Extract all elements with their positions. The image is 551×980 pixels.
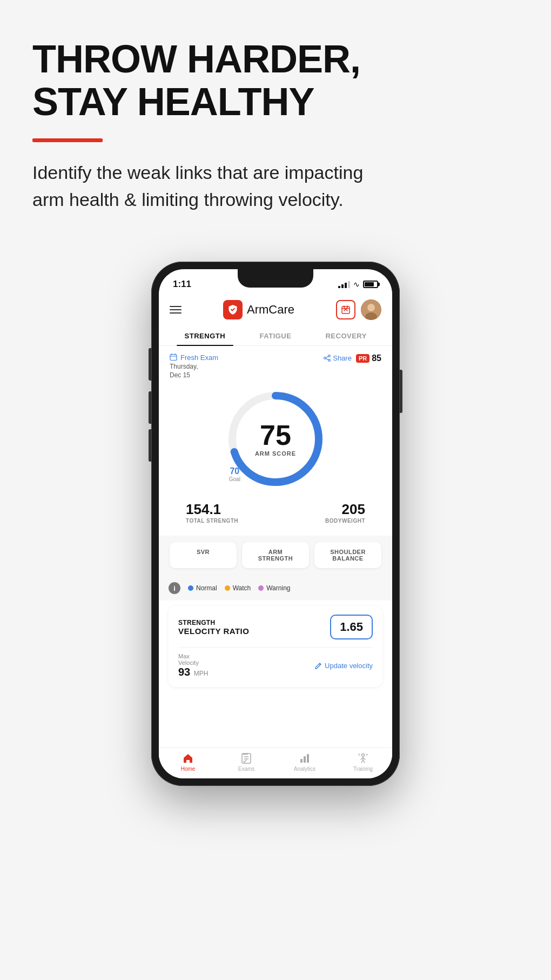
score-circle: 75 ARM SCORE 70 Goal <box>170 385 381 493</box>
svg-line-33 <box>363 760 365 763</box>
nav-exams[interactable]: Exams <box>217 752 276 772</box>
category-tabs: SVR ARMSTRENGTH SHOULDERBALANCE <box>159 536 392 576</box>
bottom-nav: Home Exams <box>159 748 392 778</box>
velocity-unit: MPH <box>194 670 209 677</box>
svg-point-34 <box>366 754 368 756</box>
bodyweight-value: 205 <box>325 501 365 518</box>
nav-training[interactable]: Training <box>334 752 392 772</box>
nav-training-label: Training <box>353 766 373 772</box>
legend-normal: Normal <box>188 584 217 592</box>
tab-fatigue[interactable]: FATIGUE <box>240 326 311 345</box>
tab-strength[interactable]: STRENGTH <box>170 326 240 345</box>
warning-dot <box>258 585 264 591</box>
share-button[interactable]: Share <box>324 354 352 362</box>
svg-rect-9 <box>170 355 177 361</box>
score-header: Fresh Exam Thursday,Dec 15 <box>170 354 381 379</box>
phone-container: 1:11 ∿ <box>0 262 551 829</box>
svg-point-7 <box>367 304 375 311</box>
svg-rect-22 <box>242 754 251 763</box>
logo-text: ArmCare <box>247 303 294 317</box>
phone-inner: 1:11 ∿ <box>159 269 392 778</box>
status-time: 1:11 <box>173 279 191 290</box>
goal-text: Goal <box>229 476 240 482</box>
signal-icon <box>338 281 350 288</box>
tab-recovery[interactable]: RECOVERY <box>311 326 381 345</box>
velocity-value: 93 <box>178 666 190 678</box>
normal-dot <box>188 585 193 591</box>
calendar-icon[interactable] <box>336 300 355 319</box>
fresh-exam-label[interactable]: Fresh Exam <box>170 354 218 362</box>
goal-number: 70 <box>229 466 240 476</box>
svg-rect-25 <box>300 759 303 763</box>
svr-card-header: STRENGTH VELOCITY RATIO 1.65 <box>178 615 373 639</box>
total-strength-label: TOTAL STRENGTH <box>186 518 238 524</box>
red-divider <box>32 138 103 142</box>
exam-info: Fresh Exam Thursday,Dec 15 <box>170 354 218 379</box>
goal-label: 70 Goal <box>229 466 240 482</box>
nav-home[interactable]: Home <box>159 752 217 772</box>
score-number: 75 <box>255 421 296 449</box>
hero-section: THROW HARDER, STAY HEALTHY Identify the … <box>0 0 551 235</box>
info-icon[interactable]: i <box>169 582 180 594</box>
nav-exams-label: Exams <box>238 766 255 772</box>
legend-watch: Watch <box>225 584 251 592</box>
score-section: Fresh Exam Thursday,Dec 15 <box>159 346 392 536</box>
svg-line-32 <box>361 760 363 763</box>
svg-point-28 <box>362 754 365 756</box>
main-tabs: STRENGTH FATIGUE RECOVERY <box>159 326 392 346</box>
total-strength-stat: 154.1 TOTAL STRENGTH <box>186 501 238 524</box>
legend-row: i Normal Watch Warning <box>159 576 392 601</box>
nav-analytics[interactable]: Analytics <box>276 752 334 772</box>
app-header: ArmCare <box>159 295 392 326</box>
bodyweight-label: BODYWEIGHT <box>325 518 365 524</box>
cat-tab-shoulder-balance[interactable]: SHOULDERBALANCE <box>314 542 381 568</box>
share-pr-area: Share PR 85 <box>324 354 381 363</box>
hamburger-menu[interactable] <box>170 306 182 314</box>
nav-analytics-label: Analytics <box>294 766 315 772</box>
svg-point-35 <box>358 754 360 756</box>
svr-card: STRENGTH VELOCITY RATIO 1.65 MaxVelocity… <box>169 606 382 687</box>
battery-icon <box>363 281 378 288</box>
phone-outer: 1:11 ∿ <box>151 262 400 786</box>
update-velocity-button[interactable]: Update velocity <box>314 662 373 670</box>
wifi-icon: ∿ <box>353 280 360 289</box>
velocity-info: MaxVelocity 93 MPH <box>178 653 208 678</box>
hero-subtitle: Identify the weak links that are impacti… <box>32 159 400 213</box>
pr-badge-area: PR 85 <box>356 354 381 363</box>
avatar[interactable] <box>361 299 381 320</box>
score-center: 75 ARM SCORE <box>255 421 296 457</box>
svr-value: 1.65 <box>330 615 373 639</box>
pr-score: 85 <box>372 354 381 363</box>
svg-point-13 <box>328 355 331 357</box>
status-icons: ∿ <box>338 280 378 289</box>
score-label: ARM SCORE <box>255 450 296 457</box>
watch-dot <box>225 585 230 591</box>
cat-tab-svr[interactable]: SVR <box>170 542 237 568</box>
total-strength-value: 154.1 <box>186 501 238 518</box>
cat-tab-arm-strength[interactable]: ARMSTRENGTH <box>242 542 309 568</box>
svg-rect-0 <box>342 306 350 314</box>
header-right <box>336 299 381 320</box>
stats-row: 154.1 TOTAL STRENGTH 205 BODYWEIGHT <box>170 496 381 528</box>
bodyweight-stat: 205 BODYWEIGHT <box>325 501 365 524</box>
nav-home-label: Home <box>181 766 196 772</box>
svg-point-14 <box>328 359 331 362</box>
svg-rect-26 <box>304 756 306 763</box>
logo-area: ArmCare <box>223 300 294 319</box>
legend-warning: Warning <box>258 584 290 592</box>
exam-date: Thursday,Dec 15 <box>170 363 218 379</box>
phone-notch <box>238 269 313 288</box>
svr-title: STRENGTH VELOCITY RATIO <box>178 619 249 636</box>
svg-line-16 <box>326 357 328 358</box>
pr-badge: PR <box>356 354 369 363</box>
logo-shield-icon <box>223 300 243 319</box>
velocity-label: MaxVelocity <box>178 653 208 666</box>
svg-point-15 <box>324 357 326 359</box>
svg-rect-27 <box>307 754 309 763</box>
svg-line-17 <box>326 359 328 360</box>
svr-details: MaxVelocity 93 MPH Update velocity <box>178 647 373 678</box>
hero-title: THROW HARDER, STAY HEALTHY <box>32 38 519 123</box>
